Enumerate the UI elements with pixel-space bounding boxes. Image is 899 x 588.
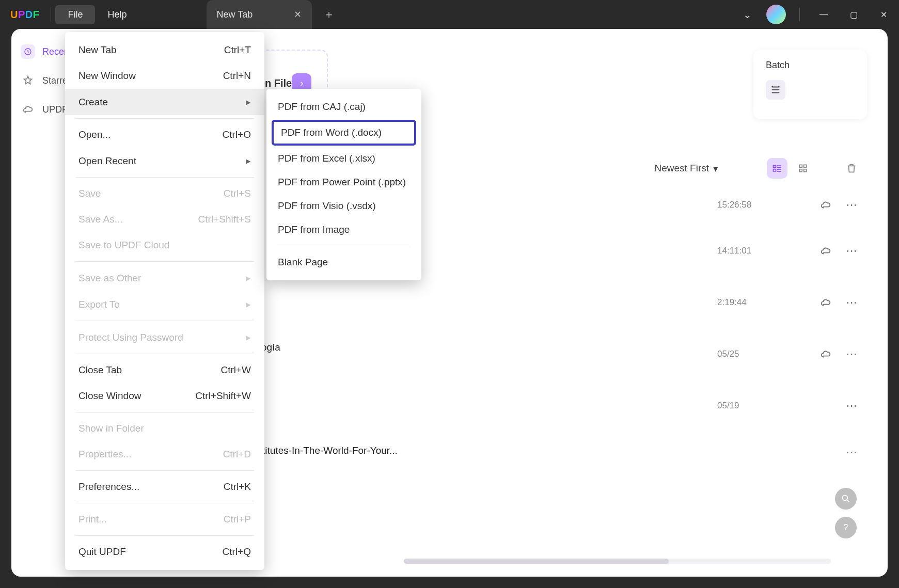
- cloud-icon[interactable]: [810, 348, 841, 360]
- app-logo: UPDF: [5, 9, 46, 21]
- menu-item-save-to-updf-cloud: Save to UPDF Cloud: [65, 232, 264, 258]
- menu-item-open[interactable]: Open...Ctrl+O: [65, 122, 264, 148]
- menu-item-properties: Properties...Ctrl+D: [65, 441, 264, 467]
- menu-item-label: Create: [78, 97, 108, 108]
- menu-item-accel: Ctrl+S: [224, 188, 251, 199]
- menu-help[interactable]: Help: [95, 5, 139, 24]
- more-icon[interactable]: ⋯: [841, 198, 862, 212]
- maximize-button[interactable]: ▢: [843, 4, 864, 25]
- menu-item-label: Properties...: [78, 449, 131, 460]
- minimize-button[interactable]: ―: [813, 4, 834, 25]
- chevron-right-icon: ▸: [246, 272, 251, 284]
- avatar[interactable]: [766, 5, 786, 24]
- separator: [799, 8, 800, 21]
- menu-item-label: Print...: [78, 514, 107, 525]
- menu-separator: [75, 535, 254, 536]
- cloud-icon[interactable]: [810, 245, 841, 257]
- menu-item-label: Export To: [78, 299, 120, 310]
- menu-item-close-window[interactable]: Close WindowCtrl+Shift+W: [65, 383, 264, 409]
- menu-item-label: Save to UPDF Cloud: [78, 240, 169, 251]
- file-time: 2:19:44: [717, 297, 810, 308]
- sort-button[interactable]: Newest First ▾: [654, 163, 718, 174]
- submenu-item-pdf-from-excel-xlsx[interactable]: PDF from Excel (.xlsx): [266, 147, 421, 170]
- cloud-icon[interactable]: [810, 297, 841, 308]
- trash-button[interactable]: [841, 158, 862, 179]
- help-fab[interactable]: ?: [835, 517, 857, 538]
- batch-card[interactable]: Batch: [753, 50, 867, 119]
- menu-item-export-to: Export To▸: [65, 291, 264, 317]
- menu-item-label: New Tab: [78, 44, 117, 56]
- menu-separator: [75, 261, 254, 262]
- menu-item-label: Close Window: [78, 390, 141, 402]
- menu-item-create[interactable]: Create▸: [65, 89, 264, 115]
- view-list-button[interactable]: [767, 158, 787, 179]
- new-tab-button[interactable]: ＋: [323, 7, 335, 22]
- titlebar: UPDF File Help New Tab ✕ ＋ ⌄ ― ▢ ✕: [0, 0, 899, 29]
- titlebar-right: ⌄ ― ▢ ✕: [737, 4, 894, 25]
- svg-point-7: [842, 495, 847, 500]
- menu-file[interactable]: File: [55, 5, 95, 24]
- submenu-item-pdf-from-caj-caj[interactable]: PDF from CAJ (.caj): [266, 95, 421, 119]
- menu-item-new-tab[interactable]: New TabCtrl+T: [65, 37, 264, 63]
- submenu-item-pdf-from-word-docx[interactable]: PDF from Word (.docx): [272, 120, 416, 146]
- submenu-item-pdf-from-visio-vsdx[interactable]: PDF from Visio (.vsdx): [266, 194, 421, 218]
- menu-item-label: Save As...: [78, 214, 123, 225]
- svg-rect-5: [799, 169, 802, 172]
- menu-item-label: Quit UPDF: [78, 546, 126, 558]
- submenu-item-pdf-from-power-point-pptx[interactable]: PDF from Power Point (.pptx): [266, 170, 421, 194]
- chevron-down-icon[interactable]: ⌄: [737, 5, 757, 24]
- cloud-icon[interactable]: [810, 199, 841, 211]
- submenu-item-blank-page[interactable]: Blank Page: [266, 250, 421, 274]
- menu-item-show-in-folder: Show in Folder: [65, 416, 264, 441]
- menu-item-label: Close Tab: [78, 364, 122, 376]
- menu-item-preferences[interactable]: Preferences...Ctrl+K: [65, 474, 264, 500]
- menu-item-open-recent[interactable]: Open Recent▸: [65, 148, 264, 174]
- svg-rect-6: [804, 169, 807, 172]
- close-tab-icon[interactable]: ✕: [294, 9, 302, 20]
- tab-label: New Tab: [217, 9, 253, 20]
- file-time: 05/19: [717, 401, 810, 411]
- menu-item-print: Print...Ctrl+P: [65, 506, 264, 532]
- scrollbar-horizontal[interactable]: [404, 559, 831, 564]
- sort-label: Newest First: [654, 163, 709, 174]
- search-fab[interactable]: [835, 488, 857, 510]
- menu-separator: [75, 118, 254, 119]
- more-icon[interactable]: ⋯: [841, 399, 862, 412]
- chevron-down-icon: ▾: [713, 163, 718, 174]
- batch-title: Batch: [766, 60, 855, 71]
- svg-rect-3: [799, 165, 802, 167]
- menu-item-label: Save: [78, 188, 101, 199]
- svg-rect-1: [774, 165, 776, 167]
- more-icon[interactable]: ⋯: [841, 244, 862, 258]
- menu-item-label: New Window: [78, 70, 136, 82]
- more-icon[interactable]: ⋯: [841, 296, 862, 309]
- more-icon[interactable]: ⋯: [841, 347, 862, 361]
- menu-item-accel: Ctrl+W: [220, 364, 251, 376]
- menu-separator: [75, 503, 254, 503]
- file-time: 15:26:58: [717, 200, 810, 210]
- view-toggle: [767, 158, 813, 179]
- tab-new[interactable]: New Tab ✕: [207, 0, 312, 29]
- menu-item-close-tab[interactable]: Close TabCtrl+W: [65, 357, 264, 383]
- menu-item-accel: Ctrl+P: [224, 514, 251, 525]
- menu-item-quit-updf[interactable]: Quit UPDFCtrl+Q: [65, 539, 264, 565]
- menu-item-accel: Ctrl+N: [223, 70, 251, 82]
- create-submenu: PDF from CAJ (.caj)PDF from Word (.docx)…: [266, 89, 421, 280]
- cloud-icon: [21, 102, 35, 117]
- svg-rect-4: [804, 165, 807, 167]
- menu-item-new-window[interactable]: New WindowCtrl+N: [65, 63, 264, 89]
- submenu-item-pdf-from-image[interactable]: PDF from Image: [266, 218, 421, 242]
- menu-separator: [75, 470, 254, 471]
- menu-item-accel: Ctrl+T: [224, 44, 251, 56]
- view-grid-button[interactable]: [793, 158, 813, 179]
- close-button[interactable]: ✕: [873, 4, 894, 25]
- chevron-right-icon: ▸: [246, 96, 251, 108]
- file-menu: New TabCtrl+TNew WindowCtrl+NCreate▸Open…: [65, 32, 264, 570]
- star-icon: [21, 73, 35, 88]
- menu-separator: [75, 177, 254, 178]
- menu-item-accel: Ctrl+D: [223, 449, 251, 460]
- clock-icon: [21, 44, 35, 59]
- more-icon[interactable]: ⋯: [841, 446, 862, 459]
- menu-item-label: Open Recent: [78, 155, 136, 167]
- scrollbar-thumb[interactable]: [404, 559, 669, 564]
